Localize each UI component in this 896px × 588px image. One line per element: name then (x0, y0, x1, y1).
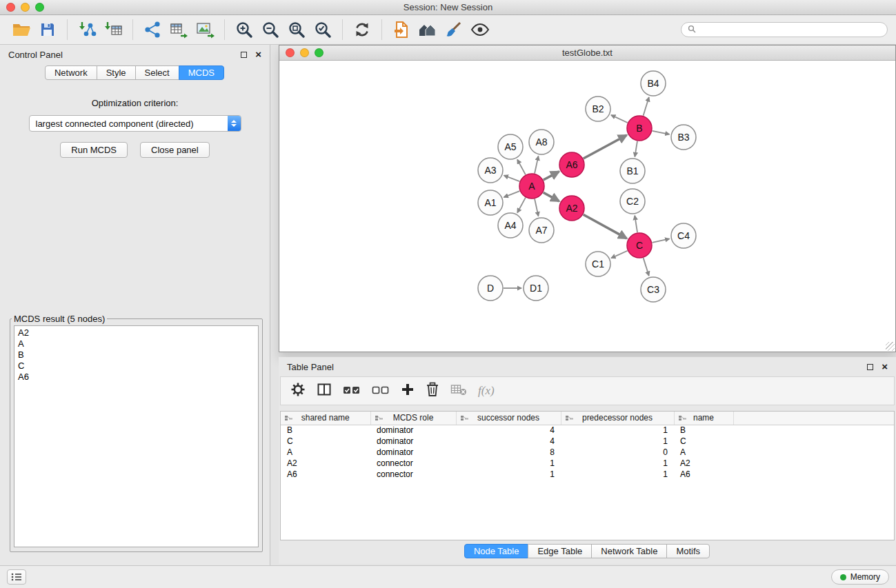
apply-layout-icon[interactable] (349, 18, 375, 41)
node-C1[interactable]: C1 (586, 252, 610, 276)
edge-A6-B[interactable] (584, 135, 627, 159)
table-row[interactable]: A2connector11A2 (281, 458, 894, 469)
settings-gear-icon[interactable] (290, 382, 306, 400)
zoom-in-icon[interactable] (231, 18, 257, 41)
table-row[interactable]: Cdominator41C (281, 436, 894, 447)
node-A5[interactable]: A5 (498, 134, 523, 159)
tab-node-table[interactable]: Node Table (464, 544, 529, 558)
network-graph[interactable]: B4B2BB3A5A8A6B1A3AC2A1A2A4A7C4CC1C3DD1 (279, 61, 895, 352)
show-columns-icon[interactable] (317, 382, 332, 400)
table-cell[interactable]: A (674, 447, 733, 458)
open-session-icon[interactable] (388, 18, 415, 41)
node-C[interactable]: C (627, 233, 652, 258)
memory-button[interactable]: Memory (831, 569, 889, 585)
node-B3[interactable]: B3 (671, 125, 696, 150)
edge-A-A2[interactable] (544, 192, 559, 201)
edge-A-A5[interactable] (517, 159, 526, 174)
edge-C-C2[interactable] (635, 216, 637, 232)
edge-C-C3[interactable] (644, 258, 649, 276)
home-icon[interactable] (415, 18, 441, 41)
table-row[interactable]: Bdominator41B (281, 425, 894, 436)
table-cell[interactable]: 4 (456, 425, 561, 436)
table-cell[interactable]: dominator (370, 436, 456, 447)
mcds-result-item[interactable]: C (18, 361, 255, 372)
edge-B-B2[interactable] (611, 115, 628, 123)
table-row[interactable]: Adominator80A (281, 447, 894, 458)
delete-table-icon[interactable] (450, 383, 467, 399)
zoom-selected-icon[interactable] (310, 18, 336, 41)
save-session-icon[interactable] (34, 18, 61, 41)
table-cell[interactable]: A2 (674, 458, 733, 469)
table-cell[interactable]: 1 (456, 458, 561, 469)
table-cell[interactable]: 4 (456, 436, 561, 447)
optimization-criterion-dropdown[interactable]: largest connected component (directed) (29, 115, 241, 132)
add-row-icon[interactable] (401, 383, 415, 399)
function-builder-icon[interactable]: f(x) (478, 384, 495, 398)
node-A1[interactable]: A1 (478, 190, 503, 215)
tab-motifs[interactable]: Motifs (666, 544, 710, 558)
style-brush-icon[interactable] (441, 18, 467, 41)
edge-C-C4[interactable] (653, 239, 670, 242)
edge-A-A4[interactable] (517, 198, 526, 213)
tab-style[interactable]: Style (97, 65, 136, 80)
table-cell[interactable]: 8 (456, 447, 561, 458)
select-all-icon[interactable] (343, 383, 361, 398)
node-C4[interactable]: C4 (671, 223, 696, 248)
tab-network-table[interactable]: Network Table (591, 544, 667, 558)
show-graphics-details-icon[interactable] (467, 18, 493, 41)
import-network-icon[interactable] (74, 18, 100, 41)
search-input[interactable] (700, 25, 881, 34)
node-B2[interactable]: B2 (586, 97, 610, 121)
table-cell[interactable]: C (281, 436, 370, 447)
column-header-mcds-role[interactable]: MCDS role (370, 412, 456, 425)
table-row[interactable]: A6connector11A6 (281, 469, 894, 480)
run-mcds-button[interactable]: Run MCDS (60, 142, 128, 158)
mcds-result-item[interactable]: A (18, 338, 255, 349)
table-cell[interactable]: B (674, 425, 733, 436)
close-panel-button[interactable]: Close panel (140, 142, 210, 158)
tab-select[interactable]: Select (135, 65, 179, 80)
export-image-icon[interactable] (192, 18, 218, 41)
node-D[interactable]: D (478, 276, 503, 301)
zoom-out-icon[interactable] (257, 18, 283, 41)
table-cell[interactable]: 1 (561, 425, 674, 436)
node-C3[interactable]: C3 (641, 277, 666, 302)
table-cell[interactable]: A (281, 447, 370, 458)
close-table-panel-icon[interactable]: × (882, 363, 888, 370)
table-cell[interactable]: C (674, 436, 733, 447)
tab-mcds[interactable]: MCDS (179, 65, 224, 80)
table-cell[interactable]: connector (370, 469, 456, 480)
network-window-titlebar[interactable]: testGlobe.txt (279, 45, 895, 61)
dropdown-stepper-icon[interactable] (228, 116, 241, 131)
node-A[interactable]: A (519, 174, 544, 199)
edge-B-B3[interactable] (653, 131, 670, 134)
node-B[interactable]: B (627, 116, 652, 141)
node-A3[interactable]: A3 (478, 158, 503, 183)
minimize-window-button[interactable] (21, 3, 30, 12)
edge-A-A6[interactable] (544, 172, 559, 180)
mcds-result-list[interactable]: A2ABCA6 (14, 325, 259, 547)
network-canvas[interactable]: B4B2BB3A5A8A6B1A3AC2A1A2A4A7C4CC1C3DD1 (279, 61, 895, 352)
network-minimize-button[interactable] (300, 48, 309, 57)
task-history-button[interactable] (7, 569, 26, 585)
edge-B-B4[interactable] (644, 97, 649, 116)
table-cell[interactable]: 1 (561, 469, 674, 480)
zoom-window-button[interactable] (35, 3, 44, 12)
node-B4[interactable]: B4 (641, 71, 666, 96)
search-box[interactable] (681, 22, 888, 37)
open-file-icon[interactable] (8, 18, 34, 41)
mcds-result-item[interactable]: B (18, 349, 255, 361)
node-B1[interactable]: B1 (620, 159, 645, 183)
node-A4[interactable]: A4 (498, 213, 523, 238)
float-panel-icon[interactable] (241, 52, 247, 58)
table-cell[interactable]: 1 (561, 436, 674, 447)
tab-network[interactable]: Network (45, 65, 97, 80)
column-header-predecessor-nodes[interactable]: predecessor nodes (561, 412, 674, 425)
node-A2[interactable]: A2 (559, 196, 584, 221)
new-network-icon[interactable] (139, 18, 166, 41)
table-cell[interactable]: A6 (674, 469, 733, 480)
float-table-panel-icon[interactable] (867, 364, 873, 370)
deselect-all-icon[interactable] (372, 383, 390, 398)
table-cell[interactable]: connector (370, 458, 456, 469)
column-header-successor-nodes[interactable]: successor nodes (456, 412, 561, 425)
